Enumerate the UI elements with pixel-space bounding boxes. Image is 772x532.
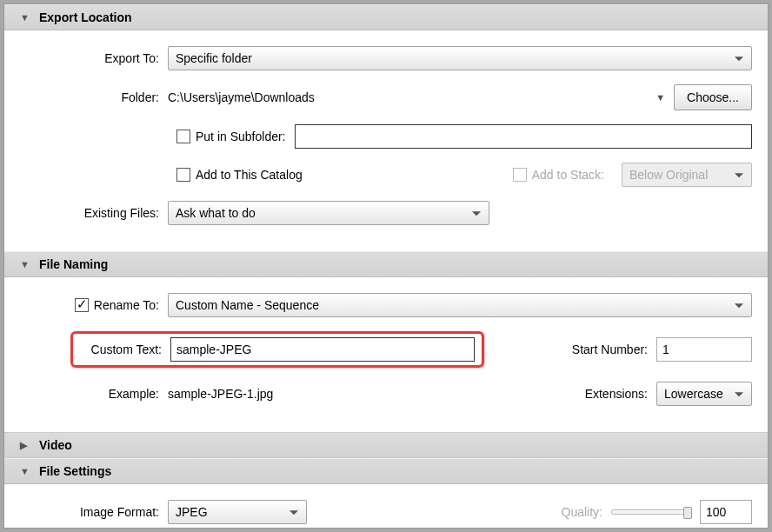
- example-label: Example:: [20, 387, 168, 401]
- export-to-select[interactable]: Specific folder: [168, 46, 752, 70]
- add-to-stack-select: Below Original: [622, 163, 752, 187]
- section-body-export-location: Export To: Specific folder Folder: C:\Us…: [4, 30, 768, 251]
- section-body-file-settings: Image Format: JPEG Quality:: [4, 484, 768, 529]
- custom-text-label: Custom Text:: [80, 342, 170, 356]
- existing-files-label: Existing Files:: [20, 206, 168, 220]
- quality-slider[interactable]: [611, 509, 689, 515]
- section-title: File Naming: [39, 257, 108, 271]
- quality-input[interactable]: [700, 500, 752, 524]
- folder-label: Folder:: [20, 90, 168, 104]
- example-value: sample-JPEG-1.jpg: [168, 387, 273, 401]
- section-header-file-naming[interactable]: ▼ File Naming: [4, 251, 768, 277]
- subfolder-input[interactable]: [295, 124, 752, 149]
- add-to-stack-label: Add to Stack:: [532, 168, 604, 182]
- section-header-file-settings[interactable]: ▼ File Settings: [4, 458, 768, 484]
- disclosure-down-icon: ▼: [20, 259, 30, 269]
- folder-dropdown-icon[interactable]: ▼: [638, 92, 674, 103]
- section-title: Video: [39, 438, 72, 452]
- rename-to-select[interactable]: Custom Name - Sequence: [168, 293, 752, 317]
- folder-path: C:\Users\jayme\Downloads: [168, 87, 638, 108]
- put-in-subfolder-checkbox[interactable]: [176, 130, 190, 143]
- add-to-catalog-label: Add to This Catalog: [196, 168, 303, 182]
- image-format-label: Image Format:: [20, 505, 168, 519]
- image-format-select[interactable]: JPEG: [168, 500, 307, 524]
- existing-files-select[interactable]: Ask what to do: [168, 201, 489, 225]
- start-number-input[interactable]: [656, 337, 752, 362]
- extensions-label: Extensions:: [585, 387, 656, 401]
- choose-folder-button[interactable]: Choose...: [674, 84, 752, 110]
- section-body-file-naming: Rename To: Custom Name - Sequence Custom…: [4, 277, 768, 432]
- start-number-label: Start Number:: [572, 342, 656, 356]
- quality-label: Quality:: [562, 505, 611, 519]
- put-in-subfolder-label: Put in Subfolder:: [196, 130, 286, 143]
- custom-text-input[interactable]: [170, 337, 475, 362]
- add-to-catalog-checkbox[interactable]: [176, 168, 190, 182]
- rename-to-label: Rename To:: [94, 298, 159, 312]
- rename-to-checkbox[interactable]: [75, 298, 89, 312]
- section-header-export-location[interactable]: ▼ Export Location: [4, 4, 768, 30]
- section-title: File Settings: [39, 464, 111, 478]
- disclosure-right-icon: ▶: [20, 440, 30, 451]
- export-to-label: Export To:: [20, 51, 168, 65]
- slider-thumb-icon: [683, 507, 692, 519]
- add-to-stack-checkbox: [513, 168, 527, 182]
- section-title: Export Location: [39, 10, 132, 24]
- disclosure-down-icon: ▼: [20, 12, 30, 23]
- disclosure-down-icon: ▼: [20, 466, 30, 476]
- section-header-video[interactable]: ▶ Video: [4, 432, 768, 458]
- custom-text-highlight: Custom Text:: [70, 331, 484, 368]
- extensions-select[interactable]: Lowercase: [656, 382, 752, 406]
